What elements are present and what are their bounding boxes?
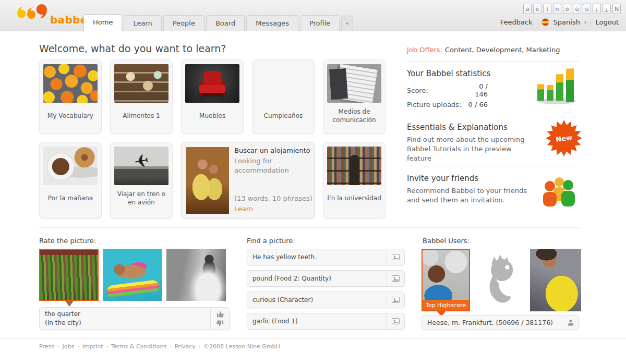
table-row: Picture uploads: 0 / 66 [407, 100, 488, 110]
find-item-text: curious (Character) [247, 292, 387, 308]
learn-link[interactable]: Learn [234, 205, 253, 213]
chevron-down-icon[interactable]: ▾ [584, 20, 587, 25]
uploads-label: Picture uploads: [407, 100, 464, 110]
rate-caption-line1: the quarter [45, 310, 205, 319]
default-avatar-bird-icon [480, 254, 521, 306]
lesson-card-label: Alimentos 1 [111, 103, 172, 130]
language-selector[interactable]: Spanish [553, 18, 580, 26]
show-picture-button[interactable] [387, 271, 404, 286]
rate-picture-option[interactable] [39, 249, 99, 301]
show-picture-button[interactable] [387, 313, 404, 329]
special-char-button[interactable]: ¿ [603, 4, 611, 14]
special-character-bar: á é í ñ ó ú ü ¡ ¿ Ñ [523, 4, 621, 14]
user-avatar[interactable] [530, 249, 581, 311]
tab-people[interactable]: People [163, 15, 204, 31]
footer-link-terms[interactable]: Terms & Conditions [111, 343, 166, 350]
lesson-card-muebles[interactable]: Muebles [181, 59, 244, 134]
thumbs-up-button[interactable] [216, 310, 224, 318]
lesson-card-label: En la universidad [323, 185, 385, 212]
footer-separator: · [198, 343, 200, 350]
find-item-text: garlic (Food 1) [247, 313, 387, 329]
lesson-card-label: Por la mañana [40, 185, 101, 212]
tab-home[interactable]: Home [83, 14, 122, 31]
special-char-button[interactable]: Ñ [612, 4, 621, 14]
lesson-card-my-vocabulary[interactable]: My Vocabulary [39, 59, 102, 134]
special-char-button[interactable]: á [523, 4, 532, 14]
detail-card-subtitle: Looking for accommodation [234, 156, 311, 175]
lesson-card-por-la-manana[interactable]: Por la mañana [39, 142, 102, 219]
airplane-icon: ✈ [132, 150, 150, 173]
user-caption-box: Heese, m, Frankfurt, (50696 / 381176) [422, 315, 579, 330]
section-divider [39, 227, 579, 228]
divider [591, 19, 591, 26]
tabs-overflow-button[interactable]: ▾ [341, 16, 353, 31]
rate-picture-choices [39, 249, 226, 301]
tab-messages[interactable]: Messages [246, 15, 298, 31]
special-char-button[interactable]: ú [573, 4, 581, 14]
viajar-thumbnail: ✈ [114, 147, 168, 185]
lesson-card-label: My Vocabulary [40, 103, 101, 130]
footer-link-imprint[interactable]: Imprint [82, 343, 103, 350]
lesson-card-alimentos-1[interactable]: Alimentos 1 [110, 59, 173, 134]
profile-button[interactable] [568, 319, 574, 326]
find-picture-row[interactable]: curious (Character) [247, 292, 405, 308]
job-offers-links[interactable]: Content, Development, Marketing [445, 46, 560, 54]
tab-learn[interactable]: Learn [124, 15, 161, 31]
thumbs-down-button[interactable] [216, 320, 224, 327]
special-char-button[interactable]: ñ [553, 4, 561, 14]
statistics-table: Score: 0 / 146 Picture uploads: 0 / 66 [407, 81, 488, 110]
show-picture-button[interactable] [387, 249, 404, 265]
find-item-text: pound (Food 2: Quantity) [247, 271, 387, 286]
babbel-logo[interactable]: babbel [14, 1, 91, 29]
babbel-home-page: babbel á é í ñ ó ú ü ¡ ¿ Ñ Home Learn Pe… [0, 0, 626, 364]
find-picture-row[interactable]: garlic (Food 1) [247, 313, 405, 330]
cumpleanos-thumbnail [256, 64, 310, 103]
tab-board[interactable]: Board [206, 15, 245, 31]
lesson-card-viajar[interactable]: ✈ Viajar en tren o en avión [110, 142, 173, 219]
feedback-link[interactable]: Feedback [500, 18, 533, 26]
chevron-down-icon: ▾ [346, 21, 348, 26]
logout-link[interactable]: Logout [595, 18, 619, 26]
header-bar: babbel á é í ñ ó ú ü ¡ ¿ Ñ Home Learn Pe… [0, 0, 626, 31]
detail-card-meta: (13 words, 10 phrases) [234, 195, 312, 202]
lesson-card-universidad[interactable]: En la universidad [323, 142, 386, 219]
find-picture-row[interactable]: pound (Food 2: Quantity) [247, 270, 405, 287]
new-badge[interactable]: New [545, 119, 583, 157]
lesson-card-cumpleanos[interactable]: Cumpleaños [252, 59, 315, 134]
footer-separator: · [106, 343, 108, 350]
spanish-flag-icon [541, 18, 549, 26]
invite-title: Invite your friends [407, 174, 478, 183]
find-picture-list: He has yellow teeth. pound (Food 2: Quan… [247, 249, 405, 334]
find-picture-row[interactable]: He has yellow teeth. [247, 249, 405, 265]
tab-profile[interactable]: Profile [300, 15, 340, 31]
rate-picture-option[interactable] [103, 249, 162, 301]
show-picture-button[interactable] [387, 292, 404, 308]
special-char-button[interactable]: é [533, 4, 541, 14]
user-caption-text: Heese, m, Frankfurt, (50696 / 381176) [422, 316, 562, 330]
footer-link-privacy[interactable]: Privacy [175, 343, 196, 350]
special-char-button[interactable]: ó [563, 4, 571, 14]
user-links: Feedback Spanish ▾ Logout [500, 18, 619, 26]
footer-link-press[interactable]: Press [39, 343, 54, 350]
universidad-thumbnail [327, 147, 381, 185]
essentials-title: Essentials & Explanations [407, 123, 508, 132]
special-char-button[interactable]: í [543, 4, 551, 14]
special-char-button[interactable]: ¡ [593, 4, 601, 14]
lesson-card-label: Medios de comunicación [323, 103, 385, 130]
lesson-card-medios[interactable]: Medios de comunicación [323, 59, 386, 134]
footer-separator: · [57, 343, 59, 350]
rate-caption-box: the quarter (In the city) [39, 307, 230, 330]
score-label: Score: [407, 81, 464, 100]
user-avatar-placeholder[interactable] [474, 249, 526, 311]
footer-link-jobs[interactable]: Jobs [62, 343, 74, 350]
invite-text: Recommend Babbel to your friends and sen… [407, 186, 535, 205]
user-actions [562, 316, 579, 330]
medios-thumbnail [327, 64, 381, 103]
special-char-button[interactable]: ü [583, 4, 591, 14]
rate-picture-option[interactable] [166, 249, 226, 301]
rate-caption-line2: (In the city) [45, 319, 205, 327]
find-item-text: He has yellow teeth. [247, 249, 387, 265]
caption-pointer [65, 301, 74, 307]
lesson-card-label: Cumpleaños [252, 103, 314, 130]
user-avatar-top-highscore[interactable]: Top Highscore [422, 249, 470, 311]
